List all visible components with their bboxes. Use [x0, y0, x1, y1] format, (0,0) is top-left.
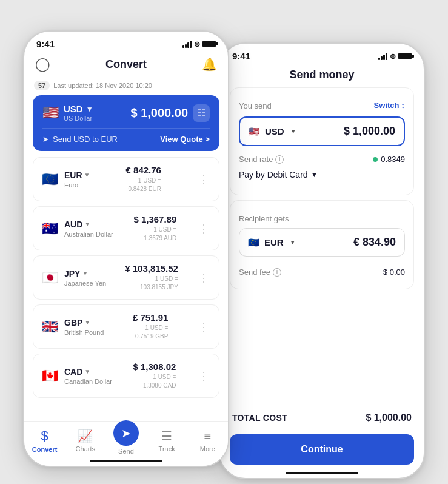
- more-options-icon[interactable]: ⋮: [197, 369, 210, 383]
- signal-icon: [182, 41, 192, 48]
- right-header-title: Send money: [289, 69, 354, 81]
- recipient-amount: € 834.90: [353, 236, 396, 249]
- status-icons-right: ⊜: [378, 52, 412, 61]
- recipient-gets-card: Recipient gets 🇪🇺 EUR ▼ € 834.90 Send fe…: [230, 200, 414, 289]
- last-updated-text: Last updated: 18 Nov 2020 10:20: [53, 82, 152, 89]
- battery-icon: [202, 41, 216, 47]
- update-badge: 57: [34, 81, 50, 90]
- right-phone: 9:41 ⊜ Send money You: [219, 42, 425, 479]
- status-icons-left: ⊜: [182, 40, 216, 49]
- left-header-title: Convert: [105, 58, 147, 71]
- signal-icon-right: [378, 53, 387, 60]
- phones-container: 9:41 ⊜ ◯ Convert 🔔 57 Last updated: 18 N…: [12, 12, 436, 484]
- eur-flag: 🇪🇺: [42, 173, 58, 186]
- switch-arrows-icon: ↕: [401, 101, 406, 110]
- nav-item-track[interactable]: ☰ Track: [150, 429, 184, 452]
- continue-button[interactable]: Continue: [230, 434, 414, 465]
- main-amount: $ 1,000.00: [130, 106, 188, 120]
- currency-list: 🇪🇺 EUR ▼ Euro € 842.76 1 USD =0.8428 EUR…: [24, 157, 228, 403]
- send-fee-value: $ 0.00: [383, 267, 405, 277]
- nav-item-send[interactable]: ➤ Send: [109, 426, 142, 455]
- charts-icon: 📈: [78, 429, 93, 443]
- send-rate-label: Send rate i: [239, 155, 284, 164]
- main-currency-card: 🇺🇸 USD ▼ US Dollar $ 1,000.00 ☷: [33, 95, 219, 151]
- you-send-label: You send: [239, 101, 272, 110]
- right-header: Send money: [220, 65, 424, 87]
- more-icon: ≡: [204, 429, 212, 443]
- status-bar-right: 9:41 ⊜: [220, 44, 424, 65]
- left-phone: 9:41 ⊜ ◯ Convert 🔔 57 Last updated: 18 N…: [23, 30, 229, 467]
- battery-icon-right: [398, 53, 412, 59]
- list-item[interactable]: 🇯🇵 JPY ▼ Japanese Yen ¥ 103,815.52 1 USD…: [33, 255, 219, 300]
- send-currency-dropdown: ▼: [290, 128, 296, 135]
- recipient-currency-code: EUR: [264, 237, 284, 247]
- recipient-gets-label: Recipient gets: [239, 214, 405, 223]
- rate-info-icon[interactable]: i: [275, 155, 284, 164]
- aud-flag: 🇦🇺: [42, 222, 58, 235]
- total-cost-label: TOTAL COST: [232, 413, 287, 423]
- list-item[interactable]: 🇬🇧 GBP ▼ British Pound £ 751.91 1 USD =0…: [33, 304, 219, 349]
- time-left: 9:41: [36, 39, 55, 49]
- send-bar: ➤ Send USD to EUR View Quote >: [42, 128, 210, 151]
- list-item[interactable]: 🇦🇺 AUD ▼ Australian Dollar $ 1,367.89 1 …: [33, 206, 219, 250]
- home-indicator: [90, 460, 162, 462]
- rate-dot-icon: [373, 157, 378, 162]
- pay-method-row[interactable]: Pay by Debit Card ▼: [239, 165, 405, 186]
- main-card-top: 🇺🇸 USD ▼ US Dollar $ 1,000.00 ☷: [42, 104, 210, 122]
- nav-label-send: Send: [118, 448, 134, 455]
- main-currency-name: US Dollar: [64, 115, 93, 122]
- profile-icon[interactable]: ◯: [35, 56, 50, 72]
- bell-icon[interactable]: 🔔: [202, 57, 217, 72]
- nav-item-convert[interactable]: $ Convert: [28, 428, 61, 453]
- list-item[interactable]: 🇪🇺 EUR ▼ Euro € 842.76 1 USD =0.8428 EUR…: [33, 157, 219, 201]
- send-fee-row: Send fee i $ 0.00: [239, 263, 405, 280]
- fee-info-icon[interactable]: i: [273, 268, 281, 277]
- main-currency-code: USD: [64, 104, 83, 114]
- nav-label-track: Track: [159, 445, 175, 452]
- send-money-content: You send Switch ↕ 🇺🇸 USD ▼ $ 1,000.00: [220, 87, 424, 289]
- more-options-icon[interactable]: ⋮: [197, 320, 210, 334]
- pay-by-debit-label: Pay by Debit Card ▼: [239, 170, 318, 180]
- currency-dropdown-arrow: ▼: [86, 105, 93, 113]
- usd-flag-right: 🇺🇸: [249, 126, 260, 137]
- more-options-icon[interactable]: ⋮: [197, 271, 210, 284]
- main-currency-selector[interactable]: 🇺🇸 USD ▼ US Dollar: [42, 104, 93, 122]
- total-cost-value: $ 1,000.00: [366, 412, 412, 423]
- nav-item-more[interactable]: ≡ More: [191, 429, 224, 452]
- nav-label-charts: Charts: [76, 445, 95, 452]
- nav-label-more: More: [200, 445, 215, 452]
- send-amount: $ 1,000.00: [344, 125, 395, 138]
- usd-flag: 🇺🇸: [42, 106, 59, 119]
- you-send-header-row: You send Switch ↕: [239, 96, 405, 114]
- bottom-nav: $ Convert 📈 Charts ➤ Send ☰ Track ≡ More: [24, 421, 228, 466]
- total-cost-bar: TOTAL COST $ 1,000.00: [220, 405, 424, 431]
- pay-dropdown-icon: ▼: [311, 170, 318, 179]
- track-icon: ☰: [161, 429, 172, 443]
- gbp-flag: 🇬🇧: [42, 320, 58, 334]
- left-header: ◯ Convert 🔔: [24, 53, 228, 78]
- status-bar-left: 9:41 ⊜: [24, 32, 228, 53]
- more-options-icon[interactable]: ⋮: [197, 222, 210, 235]
- jpy-flag: 🇯🇵: [42, 271, 58, 284]
- home-indicator-right: [286, 472, 358, 474]
- you-send-currency-box[interactable]: 🇺🇸 USD ▼ $ 1,000.00: [239, 116, 405, 146]
- calculator-icon[interactable]: ☷: [193, 104, 210, 122]
- more-options-icon[interactable]: ⋮: [197, 173, 210, 186]
- nav-item-charts[interactable]: 📈 Charts: [69, 429, 102, 452]
- send-currency-code: USD: [265, 126, 284, 136]
- last-updated-bar: 57 Last updated: 18 Nov 2020 10:20: [24, 78, 228, 95]
- recipient-currency-dropdown: ▼: [290, 239, 296, 246]
- send-icon: ➤: [113, 420, 139, 446]
- send-usd-label[interactable]: ➤ Send USD to EUR: [42, 135, 118, 144]
- send-fee-label: Send fee i: [239, 267, 281, 277]
- view-quote-button[interactable]: View Quote >: [160, 135, 210, 144]
- cad-flag: 🇨🇦: [42, 369, 58, 383]
- list-item[interactable]: 🇨🇦 CAD ▼ Canadian Dollar $ 1,308.02 1 US…: [33, 354, 219, 398]
- send-rate-value: 0.8349: [373, 155, 405, 164]
- you-send-card: You send Switch ↕ 🇺🇸 USD ▼ $ 1,000.00: [230, 87, 414, 195]
- time-right: 9:41: [232, 51, 250, 61]
- recipient-currency-box[interactable]: 🇪🇺 EUR ▼ € 834.90: [239, 228, 405, 257]
- switch-button[interactable]: Switch ↕: [374, 101, 405, 110]
- eur-flag-right: 🇪🇺: [248, 237, 259, 248]
- send-plane-icon: ➤: [42, 135, 49, 144]
